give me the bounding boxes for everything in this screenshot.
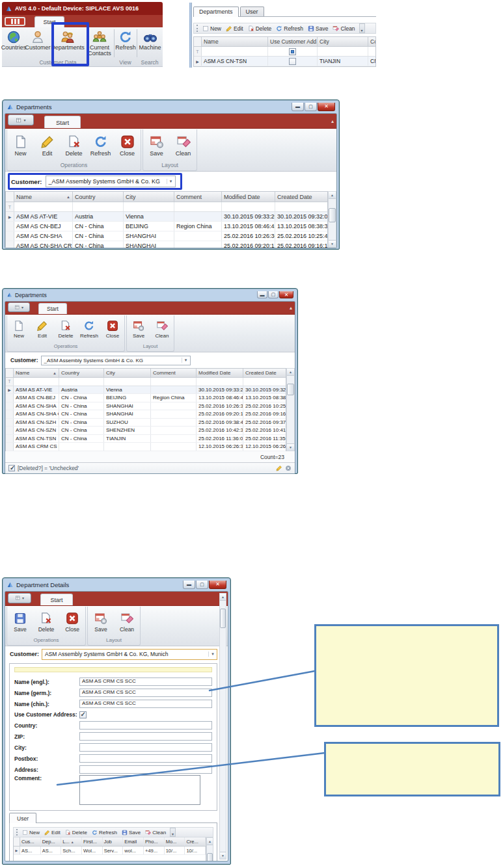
edit-button[interactable]: Edit bbox=[224, 25, 245, 32]
filter-checkbox[interactable] bbox=[289, 48, 296, 55]
new-button[interactable]: New bbox=[7, 316, 31, 343]
close-button[interactable]: Close bbox=[101, 316, 124, 343]
city-field[interactable] bbox=[79, 743, 212, 752]
delete-button[interactable]: Delete bbox=[246, 25, 274, 32]
minimize-button[interactable]: ▬ bbox=[257, 291, 267, 298]
scroll-up-icon[interactable]: ▲ bbox=[220, 594, 226, 601]
scroll-up-icon[interactable]: ▲ bbox=[329, 192, 336, 199]
scroll-down-icon[interactable]: ▼ bbox=[287, 443, 294, 451]
department-row[interactable]: ASM AS CN-SHA CR CN - China SHANGHAI 25.… bbox=[6, 410, 286, 419]
toolbar-grip[interactable] bbox=[197, 25, 198, 32]
department-row[interactable]: ASM AS CN-TSN CN - China TIANJIN 25.02.2… bbox=[6, 435, 286, 443]
department-row[interactable]: ASM AS CN-SZN CN - China SHENZHEN 25.02.… bbox=[6, 427, 286, 435]
save-button[interactable]: Save bbox=[7, 608, 33, 637]
toolbar-overflow-button[interactable]: ▾ bbox=[359, 23, 365, 33]
app-menu-button[interactable]: ▾ bbox=[8, 593, 31, 603]
save-layout-button[interactable]: Save bbox=[127, 316, 150, 343]
department-row[interactable]: ASM AS CN-SHA CR CN - China SHANGHAI 25.… bbox=[6, 241, 327, 248]
tab-start[interactable]: Start bbox=[40, 594, 73, 605]
department-row[interactable]: ASM AS CRM CS PM... 12.10.2015 06:26:38 … bbox=[6, 443, 286, 451]
tab-user[interactable]: User bbox=[240, 7, 264, 16]
grid-header-row[interactable]: Name Use Customer Add... City Co bbox=[194, 37, 375, 47]
app-menu-button[interactable]: ▾ bbox=[8, 302, 30, 312]
user-column-header[interactable]: Mo... bbox=[165, 837, 185, 846]
department-row[interactable]: ASM AS AT-VIE Austria Vienna 30.10.2015 … bbox=[6, 212, 327, 222]
customer-button[interactable]: Customer bbox=[25, 29, 50, 58]
clear-filter-icon[interactable] bbox=[285, 465, 292, 471]
collapse-ribbon-icon[interactable]: ▴ bbox=[290, 305, 292, 311]
scroll-down-icon[interactable]: ▼ bbox=[220, 852, 226, 859]
user-column-header[interactable]: Pho... bbox=[144, 837, 165, 846]
minimize-button[interactable]: ▬ bbox=[183, 581, 195, 589]
close-button[interactable]: ✕ bbox=[318, 103, 335, 111]
address-field[interactable] bbox=[79, 765, 212, 774]
edit-button[interactable]: Edit bbox=[42, 830, 62, 835]
customer-combobox[interactable]: ASM Assembly Systems GmbH & Co. KG, Muni… bbox=[42, 649, 217, 660]
maximize-button[interactable]: ▢ bbox=[196, 581, 208, 589]
customer-combobox[interactable]: _ASM Assembly Systems GmbH & Co. KG ▾ bbox=[41, 356, 191, 365]
name-germ-field[interactable]: ASM AS CRM CS SCC bbox=[79, 689, 212, 697]
minimize-button[interactable]: ▬ bbox=[292, 103, 304, 111]
user-column-header[interactable]: Cus... bbox=[20, 837, 41, 846]
tab-user[interactable]: User bbox=[9, 813, 36, 823]
department-row[interactable]: ASM AS CN-SHA CN - China SHANGHAI 25.02.… bbox=[6, 231, 327, 241]
edit-filter-pencil-icon[interactable] bbox=[276, 465, 282, 471]
collapse-ribbon-icon[interactable]: ▴ bbox=[331, 118, 334, 124]
clean-layout-button[interactable]: Clean bbox=[114, 608, 140, 637]
maximize-button[interactable]: ▢ bbox=[305, 103, 317, 111]
window-title-bar[interactable]: Departments ▬ ▢ ✕ bbox=[5, 100, 337, 113]
department-row[interactable]: ASM AS CN-SZH CN - China SUZHOU 25.02.20… bbox=[6, 419, 286, 427]
tab-start[interactable]: Start bbox=[38, 303, 67, 314]
app-menu-button[interactable]: ▾ bbox=[8, 114, 34, 125]
window-scrollbar[interactable]: ▲ ▼ bbox=[219, 593, 226, 860]
edit-button[interactable]: Edit bbox=[31, 316, 54, 343]
close-button[interactable]: ✕ bbox=[279, 291, 293, 298]
clean-button[interactable]: Clean bbox=[331, 25, 357, 32]
current-contacts-button[interactable]: Current Contacts bbox=[85, 29, 114, 58]
delete-button[interactable]: Delete bbox=[33, 608, 59, 637]
close-button[interactable]: Close bbox=[59, 608, 85, 637]
save-layout-button[interactable]: Save bbox=[88, 608, 114, 637]
clean-button[interactable]: Clean bbox=[143, 830, 168, 835]
toolbar-overflow-button[interactable]: ▾ bbox=[170, 828, 176, 837]
department-row[interactable]: ASM AS CN-BEJ CN - China BEIJING Region … bbox=[6, 222, 327, 231]
department-row[interactable]: ASM AS AT-VIE Austria Vienna 30.10.2015 … bbox=[6, 386, 286, 395]
user-column-header[interactable]: Dep... bbox=[41, 837, 62, 846]
filter-row[interactable]: T bbox=[194, 47, 375, 57]
user-column-header[interactable]: First... bbox=[82, 837, 103, 846]
clean-layout-button[interactable]: Clean bbox=[150, 316, 174, 343]
user-column-header[interactable]: Cre... bbox=[185, 837, 206, 846]
user-column-header[interactable]: Email bbox=[123, 837, 144, 846]
name-chin-field[interactable]: ASM AS CRM CS SCC bbox=[79, 700, 212, 708]
refresh-button[interactable]: Refresh bbox=[77, 316, 101, 343]
country-field[interactable] bbox=[79, 721, 212, 730]
delete-button[interactable]: Delete bbox=[54, 316, 77, 343]
scrollbar-thumb[interactable] bbox=[207, 853, 213, 861]
delete-button[interactable]: Delete bbox=[63, 830, 89, 835]
close-button[interactable]: Close bbox=[114, 130, 141, 161]
department-row[interactable]: ASM AS CN-TSN TIANJIN CN bbox=[194, 57, 375, 66]
department-row[interactable]: ASM AS CN-SHA CN - China SHANGHAI 25.02.… bbox=[6, 402, 286, 411]
clean-layout-button[interactable]: Clean bbox=[170, 130, 197, 161]
new-button[interactable]: New bbox=[7, 130, 34, 161]
scroll-up-icon[interactable]: ▲ bbox=[287, 369, 294, 376]
new-button[interactable]: New bbox=[200, 25, 223, 32]
scrollbar-thumb[interactable] bbox=[329, 208, 336, 222]
user-column-header[interactable]: Job bbox=[103, 837, 124, 846]
use-customer-address-checkbox[interactable] bbox=[289, 58, 296, 65]
countries-button[interactable]: Countries bbox=[2, 29, 25, 58]
new-button[interactable]: New bbox=[20, 830, 42, 835]
scroll-down-icon[interactable]: ▼ bbox=[329, 240, 336, 247]
grid-header-row[interactable]: Name Country City Comment Modified Date … bbox=[6, 369, 286, 378]
window-title-bar[interactable]: Departments ▬ ▢ ✕ bbox=[5, 289, 295, 301]
toolbar-grip[interactable] bbox=[16, 829, 18, 835]
save-button[interactable]: Save bbox=[120, 830, 143, 835]
save-layout-button[interactable]: Save bbox=[143, 130, 170, 161]
name-engl-field[interactable]: ASM AS CRM CS SCC bbox=[79, 677, 212, 686]
user-row[interactable]: AS...AS...Sch...Wol...Serv...wol...+49..… bbox=[14, 847, 206, 855]
vertical-scrollbar[interactable]: ▲ ▼ bbox=[286, 368, 295, 451]
refresh-button[interactable]: Refresh bbox=[90, 830, 119, 835]
grid-header-row[interactable]: Cus...Dep...L...First...JobEmailPho...Mo… bbox=[14, 837, 206, 847]
filter-row[interactable]: T bbox=[6, 202, 327, 212]
save-button[interactable]: Save bbox=[306, 25, 330, 32]
